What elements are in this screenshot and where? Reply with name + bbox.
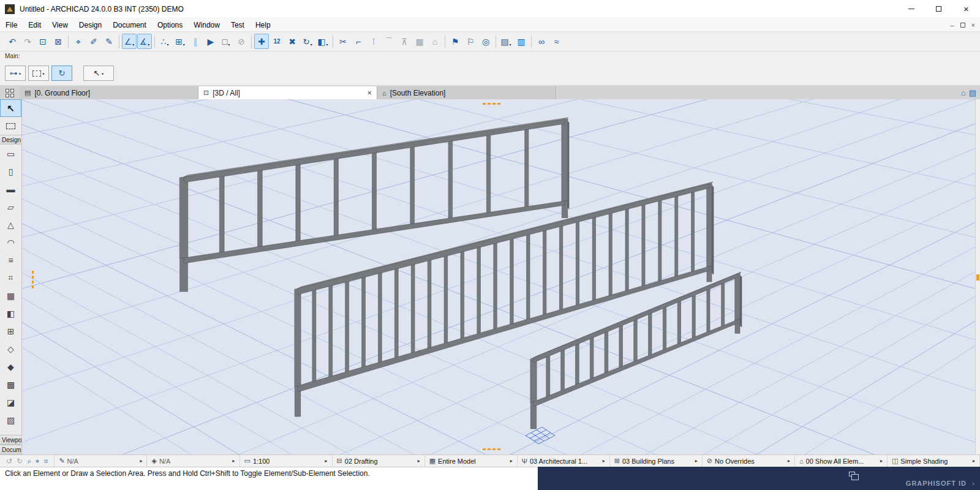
- explore-icon[interactable]: ⌗: [44, 457, 48, 466]
- redo-icon[interactable]: ↷: [20, 34, 35, 49]
- dropdown-arrow-icon[interactable]: ▸: [973, 458, 975, 464]
- parameters-icon[interactable]: ⊡: [36, 34, 50, 49]
- menu-document[interactable]: Document: [107, 18, 152, 31]
- orbit-button[interactable]: ↻: [51, 66, 72, 81]
- find-select-icon[interactable]: ⌖: [71, 34, 86, 49]
- adjust-icon[interactable]: ⌐: [351, 34, 366, 49]
- unlink-icon[interactable]: ≈: [549, 34, 564, 49]
- morph-tool[interactable]: ◪: [0, 393, 21, 411]
- menu-test[interactable]: Test: [225, 18, 250, 31]
- dropdown-arrow-icon[interactable]: ▾: [148, 42, 149, 48]
- lock-icon[interactable]: ⊘: [234, 34, 249, 49]
- beam-tool[interactable]: ▬: [0, 180, 21, 198]
- arrow-mode-button[interactable]: ↖▸: [83, 66, 114, 81]
- skewed-grid-icon[interactable]: ∥: [188, 34, 203, 49]
- dropdown-arrow-icon[interactable]: ▸: [140, 458, 142, 464]
- tab-3d-all[interactable]: ⊡[3D / All]×: [198, 86, 377, 99]
- organizer-icon[interactable]: ▤: [969, 88, 976, 97]
- stretch-icon[interactable]: ✖: [285, 34, 300, 49]
- skylight-tool[interactable]: ◇: [0, 340, 21, 358]
- dropdown-arrow-icon[interactable]: ▸: [603, 458, 605, 464]
- marquee-tool[interactable]: [0, 117, 21, 135]
- rotate-icon[interactable]: ↻▾: [300, 34, 315, 49]
- dropdown-arrow-icon[interactable]: ▸: [19, 71, 21, 75]
- minimize-button[interactable]: [897, 0, 925, 18]
- attributes-icon[interactable]: ⊠: [51, 34, 66, 49]
- vertical-scrollbar[interactable]: [975, 99, 980, 454]
- dropdown-arrow-icon[interactable]: ▸: [418, 458, 420, 464]
- object-tool[interactable]: ◆: [0, 358, 21, 375]
- quick-dimension-style[interactable]: ⊞03 Building Plans▸: [610, 455, 703, 467]
- grid-snap-icon[interactable]: ⊞▾: [173, 34, 187, 49]
- split-icon[interactable]: ✂: [336, 34, 350, 49]
- dropdown-arrow-icon[interactable]: ▾: [228, 42, 230, 48]
- intersect-icon[interactable]: ⊼: [397, 34, 412, 49]
- dropdown-arrow-icon[interactable]: ▸: [788, 458, 790, 464]
- selection-settings-button[interactable]: ▸: [28, 66, 49, 81]
- frame-icon[interactable]: □▾: [219, 34, 233, 49]
- quick-pen-set[interactable]: ✎N/A▸: [55, 455, 147, 467]
- shell-tool[interactable]: ◠: [0, 233, 21, 251]
- railing-tool[interactable]: ⌗: [0, 269, 21, 287]
- column-tool[interactable]: ▯: [0, 162, 21, 180]
- close-button[interactable]: ×: [952, 0, 980, 18]
- slab-tool[interactable]: ▱: [0, 198, 21, 216]
- quick-layer-combination[interactable]: ⊟02 Drafting▸: [333, 455, 425, 467]
- snap-guides-icon[interactable]: ∡▾: [137, 34, 152, 49]
- flag-icon[interactable]: ⚑: [448, 34, 462, 49]
- flag-outline-icon[interactable]: ⚐: [463, 34, 478, 49]
- drag-icon[interactable]: ✚: [254, 34, 269, 49]
- quick-structure-display[interactable]: ▦Entire Model▸: [425, 455, 518, 467]
- maximize-button[interactable]: [925, 0, 952, 18]
- fill-icon[interactable]: ◧▾: [315, 34, 330, 49]
- quick-pen-set-combination[interactable]: Ψ03 Architectural 1...▸: [518, 455, 610, 467]
- quick-renovation-filter[interactable]: ⌂00 Show All Elem...▸: [795, 455, 888, 467]
- menu-edit[interactable]: Edit: [23, 18, 47, 31]
- guide-lines-icon[interactable]: ∠▾: [122, 34, 137, 49]
- dropdown-arrow-icon[interactable]: ▸: [233, 458, 235, 464]
- view-redo-icon[interactable]: ↻: [17, 457, 23, 466]
- zone-tool[interactable]: ▩: [0, 375, 21, 393]
- curtain-wall-tool[interactable]: ▦: [0, 287, 21, 304]
- pickup-parameters-icon[interactable]: ✐: [86, 34, 101, 49]
- tab-close-icon[interactable]: ×: [367, 88, 372, 97]
- tab-ground-floor[interactable]: ▤[0. Ground Floor]: [20, 86, 198, 99]
- dropdown-arrow-icon[interactable]: ▾: [311, 42, 312, 48]
- menu-view[interactable]: View: [47, 18, 74, 31]
- wall-tool[interactable]: ▭: [0, 145, 21, 162]
- dropdown-arrow-icon[interactable]: ▾: [167, 42, 168, 48]
- roof-tool[interactable]: △: [0, 216, 21, 233]
- cursor-snap-icon[interactable]: ▶: [203, 34, 218, 49]
- mdi-close-icon[interactable]: ×: [971, 21, 975, 29]
- dropdown-arrow-icon[interactable]: ▾: [132, 42, 134, 48]
- snap-points-icon[interactable]: ∴▾: [157, 34, 172, 49]
- zoom-icon[interactable]: ⌕: [27, 457, 31, 466]
- quick-3d-style[interactable]: ◫Simple Shading▸: [888, 455, 980, 467]
- mdi-restore-icon[interactable]: [960, 23, 965, 28]
- multiply-icon[interactable]: 12: [270, 34, 284, 49]
- fillet-icon[interactable]: ⌒: [382, 34, 396, 49]
- mdi-minimize-icon[interactable]: –: [950, 21, 954, 29]
- 3d-scene[interactable]: [22, 99, 975, 454]
- toolbox-section-viewpoint[interactable]: Viewpoi: [0, 435, 21, 445]
- orbit-icon[interactable]: ⌖: [36, 457, 40, 466]
- dropdown-arrow-icon[interactable]: ▸: [880, 458, 883, 464]
- dropdown-arrow-icon[interactable]: ▸: [43, 71, 45, 75]
- door-panel-icon[interactable]: ▤▾: [499, 34, 513, 49]
- link-icon[interactable]: ∞: [534, 34, 549, 49]
- menu-options[interactable]: Options: [152, 18, 188, 31]
- navigator-icon[interactable]: ⌂: [961, 88, 966, 97]
- tab-south-elevation[interactable]: ⌂[South Elevation]: [377, 86, 556, 99]
- quick-graphic-override[interactable]: ⊘No Overrides▸: [703, 455, 795, 467]
- explode-icon[interactable]: ▦: [412, 34, 427, 49]
- dropdown-arrow-icon[interactable]: ▸: [325, 458, 328, 464]
- viewport-3d[interactable]: [22, 99, 975, 454]
- menu-design[interactable]: Design: [74, 18, 107, 31]
- undo-icon[interactable]: ↶: [5, 34, 20, 49]
- inject-parameters-icon[interactable]: ✎: [102, 34, 116, 49]
- dropdown-arrow-icon[interactable]: ▾: [510, 42, 511, 48]
- menu-help[interactable]: Help: [250, 18, 276, 31]
- marker-icon[interactable]: ◎: [478, 34, 493, 49]
- quick-scale[interactable]: ▭1:100▸: [240, 455, 333, 467]
- quick-layer-settings[interactable]: ◈N/A▸: [147, 455, 239, 467]
